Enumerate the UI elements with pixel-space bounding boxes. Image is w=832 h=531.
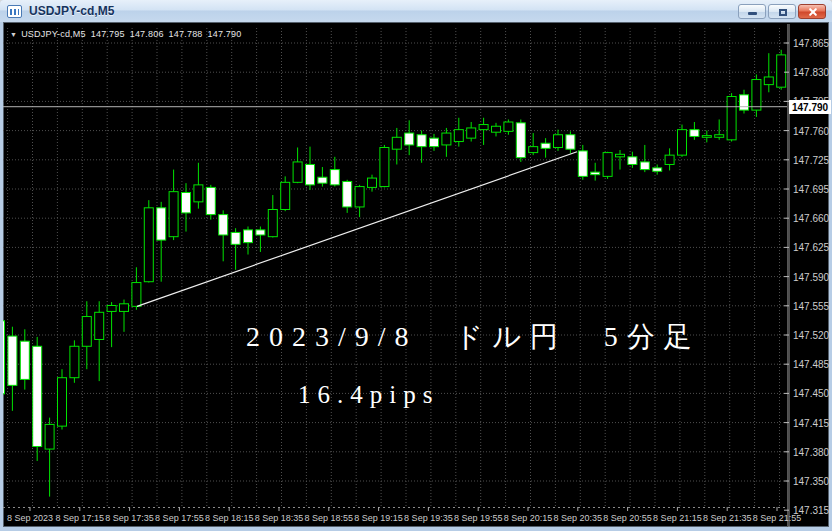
title-bar[interactable]: USDJPY-cd,M5 [0, 0, 832, 22]
price-axis-label: 147.660 [793, 213, 829, 224]
time-axis-label: 8 Sep 20:35 [554, 513, 603, 523]
annotation-date-title: 2023/9/8 ドル円 5分足 [246, 318, 701, 356]
current-price-tag: 147.790 [789, 100, 831, 114]
header-close: 147.790 [208, 29, 242, 39]
header-symbol: USDJPY-cd,M5 [21, 29, 86, 39]
close-button[interactable] [798, 4, 826, 19]
price-axis-label: 147.450 [793, 388, 829, 399]
price-axis-label: 147.695 [793, 184, 829, 195]
time-axis-label: 8 Sep 21:35 [703, 513, 752, 523]
price-axis-label: 147.865 [793, 38, 829, 49]
time-axis-label: 8 Sep 21:55 [753, 513, 802, 523]
time-axis-label: 8 Sep 18:35 [255, 513, 304, 523]
price-axis-label: 147.380 [793, 447, 829, 458]
header-high: 147.806 [130, 29, 164, 39]
restore-icon [779, 9, 787, 16]
time-axis[interactable]: 8 Sep 20238 Sep 17:158 Sep 17:358 Sep 17… [0, 509, 832, 527]
header-low: 147.788 [169, 29, 203, 39]
time-axis-label: 8 Sep 17:35 [105, 513, 154, 523]
time-axis-label: 8 Sep 19:15 [354, 513, 403, 523]
price-axis-label: 147.520 [793, 330, 829, 341]
price-axis-label: 147.350 [793, 476, 829, 487]
chart-app-icon [7, 5, 22, 18]
price-axis-label: 147.725 [793, 155, 829, 166]
time-axis-label: 8 Sep 20:15 [504, 513, 553, 523]
price-axis-label: 147.485 [793, 359, 829, 370]
window-title: USDJPY-cd,M5 [29, 4, 114, 18]
price-axis-label: 147.590 [793, 272, 829, 283]
minimize-button[interactable] [738, 4, 766, 19]
time-axis-label: 8 Sep 20:55 [603, 513, 652, 523]
price-axis-label: 147.760 [793, 126, 829, 137]
annotation-pips: 16.4pips [298, 381, 439, 409]
price-axis[interactable]: 147.865147.830147.795147.760147.725147.6… [789, 22, 832, 507]
chart-plot-area[interactable] [3, 28, 789, 507]
time-axis-label: 8 Sep 2023 [7, 513, 53, 523]
restore-button[interactable] [768, 4, 796, 19]
time-axis-label: 8 Sep 18:55 [305, 513, 354, 523]
price-axis-label: 147.625 [793, 242, 829, 253]
time-axis-label: 8 Sep 19:35 [404, 513, 453, 523]
time-axis-label: 8 Sep 21:15 [653, 513, 702, 523]
time-axis-label: 8 Sep 19:55 [454, 513, 503, 523]
ohlc-header: ▼USDJPY-cd,M5147.795147.806147.788147.79… [10, 29, 241, 39]
header-open: 147.795 [91, 29, 125, 39]
time-axis-label: 8 Sep 17:55 [155, 513, 204, 523]
chevron-down-icon[interactable]: ▼ [10, 31, 17, 38]
time-axis-label: 8 Sep 17:15 [56, 513, 105, 523]
time-axis-label: 8 Sep 18:15 [205, 513, 254, 523]
price-axis-label: 147.415 [793, 418, 829, 429]
chart-window: USDJPY-cd,M5 ▼USDJPY-cd,M5147.795147.806… [0, 0, 832, 531]
price-axis-label: 147.830 [793, 67, 829, 78]
minimize-icon [748, 12, 757, 15]
price-axis-label: 147.555 [793, 301, 829, 312]
